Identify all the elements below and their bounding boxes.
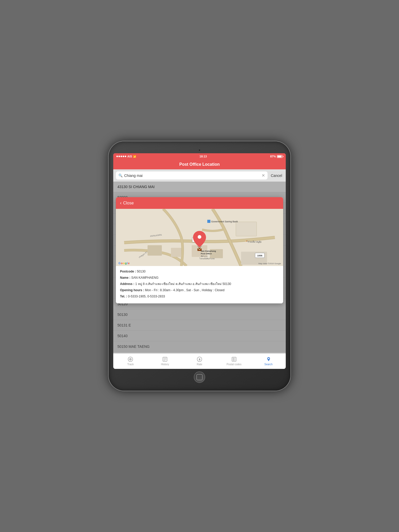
battery-icon [277, 155, 283, 158]
svg-text:San Kamphang: San Kamphang [201, 250, 216, 252]
svg-rect-11 [207, 220, 210, 223]
history-icon [162, 356, 168, 362]
cancel-button[interactable]: Cancel [270, 174, 283, 178]
time-display: 18:13 [200, 155, 207, 158]
name-value: SAN KAMPHAENG [131, 276, 158, 280]
hours-row: Opening hours : Mon - Fri : 8.30am - 4.3… [120, 288, 279, 292]
back-chevron-icon: ‹ [120, 200, 122, 206]
tab-postal[interactable]: Postal codes [217, 356, 251, 366]
tab-rate[interactable]: ฿ Rate [182, 356, 217, 366]
address-row: Address : 1 หมู่ 8 ถ.สันกำแพง-เชียงใหม่ … [120, 282, 279, 286]
svg-text:฿: ฿ [199, 358, 201, 361]
status-left: AIS 📶 [116, 155, 136, 158]
postcode-value: 50130 [137, 270, 145, 273]
battery-percent: 87% [270, 155, 276, 158]
status-right: 87% [270, 155, 283, 158]
svg-rect-4 [148, 245, 162, 256]
svg-text:ไปรษณีย์สันกำแพง: ไปรษณีย์สันกำแพง [199, 257, 215, 260]
svg-text:Post Office: Post Office [201, 252, 212, 255]
list-container: 43130 SI CHIANG MAI 50000 50000 50000 50… [113, 182, 286, 353]
svg-point-15 [198, 235, 201, 239]
name-label: Name : [120, 276, 130, 280]
info-section: Postcode : 50130 Name : SAN KAMPHAENG Ad… [116, 266, 283, 303]
tab-bar: Track History ฿ Rate [113, 353, 286, 369]
map-copyright: Map data ©2016 Google [258, 262, 281, 265]
address-value: 1 หมู่ 8 ถ.สันกำแพง-เชียงใหม่ ต.สันกำแพง… [135, 282, 231, 286]
app-header: Post Office Location [113, 159, 286, 169]
track-icon [128, 356, 133, 362]
home-button[interactable] [194, 371, 205, 383]
camera [198, 149, 201, 151]
tab-history-label: History [161, 363, 169, 366]
search-container: 🔍 ✕ [116, 171, 268, 179]
postcode-row: Postcode : 50130 [120, 269, 279, 274]
signal-dots [116, 156, 126, 157]
ipad-frame: AIS 📶 18:13 87% Post Office Location 🔍 ✕… [109, 141, 290, 391]
status-bar: AIS 📶 18:13 87% [113, 153, 286, 159]
hours-label: Opening hours : [120, 288, 144, 292]
search-icon: 🔍 [118, 174, 123, 177]
postal-icon [231, 356, 237, 362]
home-button-inner [196, 374, 203, 380]
tel-value: 0-5333-1905, 0-5333-2833 [128, 295, 165, 298]
search-bar: 🔍 ✕ Cancel [113, 169, 286, 182]
tab-search[interactable]: Search [251, 356, 286, 366]
svg-rect-3 [171, 248, 181, 257]
tab-postal-label: Postal codes [227, 363, 241, 366]
svg-text:🍜: 🍜 [245, 240, 248, 243]
svg-point-37 [268, 358, 269, 359]
modal-overlay: ‹ Close [113, 182, 286, 353]
svg-point-25 [130, 359, 131, 360]
tab-search-label: Search [264, 363, 273, 366]
svg-text:1006: 1006 [257, 254, 262, 257]
search-tab-icon [266, 356, 271, 362]
tab-track[interactable]: Track [113, 356, 148, 366]
svg-rect-5 [236, 222, 257, 236]
map-svg: 1006 1006 Government Saving Bank ถนนแม่อ… [116, 209, 283, 266]
svg-text:Government Saving Bank: Government Saving Bank [211, 220, 238, 223]
address-label: Address : [120, 282, 134, 286]
modal-panel: ‹ Close [116, 197, 283, 303]
tab-history[interactable]: History [148, 356, 182, 366]
map-area: 1006 1006 Government Saving Bank ถนนแม่อ… [116, 209, 283, 266]
rate-icon: ฿ [197, 356, 202, 362]
svg-text:ก๋วยเตี๋ยวหมูดุ้ย: ก๋วยเตี๋ยวหมูดุ้ย [248, 240, 262, 243]
google-watermark: G o o g l e [118, 262, 130, 265]
search-input[interactable] [124, 174, 260, 178]
hours-value: Mon - Fri : 8.30am - 4.30pm , Sat - Sun … [145, 288, 224, 292]
tel-label: Tel. : [120, 295, 127, 298]
tab-rate-label: Rate [197, 363, 202, 366]
wifi-icon: 📶 [133, 155, 136, 158]
tab-track-label: Track [127, 363, 134, 366]
carrier-label: AIS [127, 155, 132, 158]
clear-button[interactable]: ✕ [262, 173, 265, 178]
modal-close-button[interactable]: ‹ Close [116, 197, 283, 209]
name-row: Name : SAN KAMPHAENG [120, 275, 279, 280]
header-title: Post Office Location [179, 162, 220, 167]
modal-close-label: Close [123, 201, 134, 205]
screen: AIS 📶 18:13 87% Post Office Location 🔍 ✕… [113, 153, 286, 369]
battery-fill [277, 156, 282, 157]
svg-text:ที่ทำการ: ที่ทำการ [201, 255, 208, 257]
tel-row: Tel. : 0-5333-1905, 0-5333-2833 [120, 294, 279, 299]
postcode-label: Postcode : [120, 270, 136, 273]
